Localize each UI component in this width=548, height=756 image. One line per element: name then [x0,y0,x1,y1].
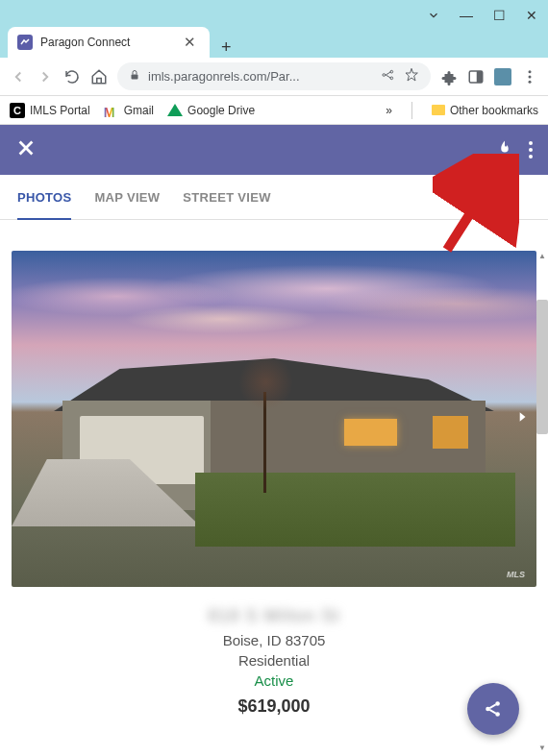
app-header [0,125,548,175]
svg-point-4 [529,75,532,78]
window-maximize-button[interactable]: ☐ [492,9,506,22]
tab-title: Paragon Connect [40,36,172,49]
browser-nav-bar: imls.paragonrels.com/Par... [0,58,548,96]
url-bar[interactable]: imls.paragonrels.com/Par... [117,62,431,90]
scroll-down-icon[interactable]: ▼ [538,744,546,752]
tab-street-view[interactable]: STREET VIEW [183,190,270,219]
bookmark-label: IMLS Portal [30,104,90,117]
window-dropdown-icon[interactable] [427,9,440,22]
bookmark-gmail[interactable]: Gmail [104,104,154,117]
tab-close-button[interactable]: ✕ [180,34,200,51]
scroll-up-icon[interactable]: ▲ [538,252,546,260]
lock-icon [129,68,140,85]
window-close-button[interactable]: ✕ [525,9,538,22]
share-button[interactable] [467,683,519,735]
more-menu-button[interactable] [529,141,533,159]
mls-watermark: MLS [507,570,525,579]
property-info: 818 S Milton St Boise, ID 83705 Resident… [0,587,548,717]
bookmarks-overflow-button[interactable]: » [386,104,392,117]
property-price: $619,000 [0,696,548,717]
gmail-icon [104,105,119,116]
property-type: Residential [0,652,548,669]
new-tab-button[interactable]: + [210,37,243,58]
bookmark-drive[interactable]: Google Drive [167,104,255,117]
hot-listing-icon[interactable] [496,138,513,161]
scrollbar-thumb[interactable] [536,300,548,434]
forward-button[interactable] [37,68,54,85]
bookmark-star-icon[interactable] [404,67,419,85]
bookmark-label: Gmail [124,104,154,117]
url-text: imls.paragonrels.com/Par... [148,69,373,84]
browser-menu-button[interactable] [521,68,538,85]
drive-icon [167,104,183,116]
back-button[interactable] [10,68,27,85]
app-content: PHOTOS MAP VIEW STREET VIEW MLS 818 S Mi… [0,125,548,756]
home-button[interactable] [90,68,108,85]
bookmarks-bar: C IMLS Portal Gmail Google Drive » Other… [0,96,548,125]
svg-rect-0 [132,75,138,80]
other-bookmarks-button[interactable]: Other bookmarks [432,104,538,117]
svg-point-3 [529,70,532,73]
window-minimize-button[interactable]: — [460,9,473,22]
property-photo[interactable]: MLS [12,251,536,587]
close-button[interactable] [15,137,37,162]
bookmark-label: Other bookmarks [450,104,538,117]
extensions-icon[interactable] [440,68,458,85]
property-status: Active [0,672,548,689]
svg-rect-2 [477,71,483,83]
browser-tab-bar: Paragon Connect ✕ + [0,27,548,58]
reload-button[interactable] [63,68,81,85]
browser-tab[interactable]: Paragon Connect ✕ [8,27,210,58]
next-photo-button[interactable] [515,408,529,429]
tab-map-view[interactable]: MAP VIEW [94,190,160,219]
svg-point-5 [529,80,532,83]
folder-icon [432,105,445,115]
property-city: Boise, ID 83705 [0,632,548,648]
extension-badge-icon[interactable] [494,68,511,85]
imls-icon: C [10,103,25,118]
tab-photos[interactable]: PHOTOS [17,190,71,220]
property-address: 818 S Milton St [0,606,548,626]
share-url-icon[interactable] [381,67,396,85]
tab-favicon-icon [17,35,33,50]
bookmark-imls[interactable]: C IMLS Portal [10,103,90,118]
view-tabs: PHOTOS MAP VIEW STREET VIEW [0,175,548,220]
divider [411,102,412,119]
bookmark-label: Google Drive [187,104,255,117]
sidepanel-icon[interactable] [467,68,485,85]
